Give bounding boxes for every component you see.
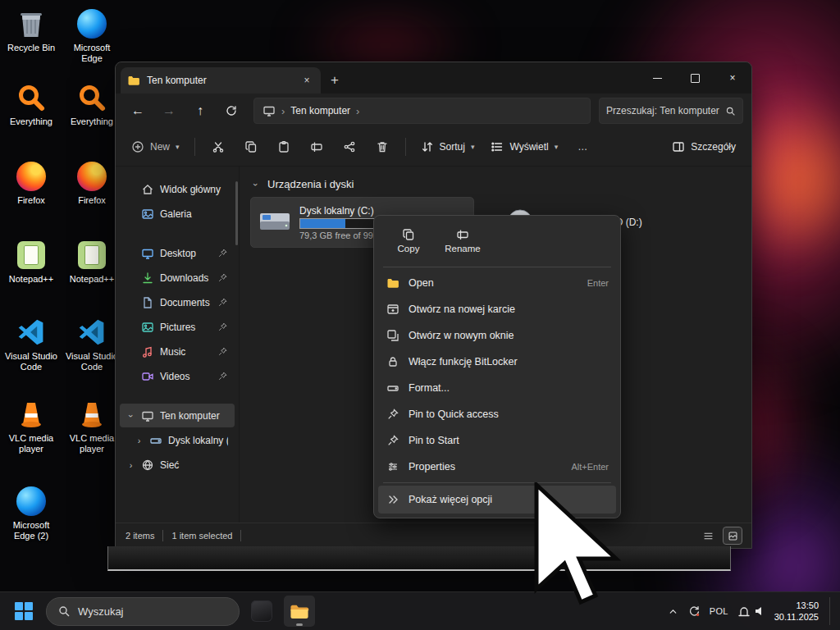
menu-item-open-new-tab[interactable]: Otwórz na nowej karcie: [378, 296, 616, 322]
chevron-expanded-icon[interactable]: ›: [126, 411, 136, 420]
show-desktop-button[interactable]: [829, 597, 833, 625]
delete-button[interactable]: [367, 134, 398, 160]
view-button[interactable]: Wyświetl ▾: [483, 134, 565, 160]
tab-title: Ten komputer: [147, 75, 207, 86]
sidebar-item-this-pc[interactable]: › Ten komputer: [120, 404, 235, 427]
sidebar-item-local-disk-c[interactable]: › Dysk lokalny (C:): [120, 428, 235, 452]
language-indicator[interactable]: POL: [710, 606, 728, 616]
refresh-button[interactable]: [217, 98, 245, 124]
rename-button[interactable]: [301, 134, 332, 160]
details-pane-icon: [672, 140, 685, 153]
sidebar-item-downloads[interactable]: Downloads: [120, 266, 235, 290]
drive-usage-fill: [300, 219, 345, 228]
back-button[interactable]: ←: [124, 98, 152, 124]
desktop-icon-vscode-2[interactable]: Visual Studio Code: [62, 317, 121, 372]
close-button[interactable]: ×: [714, 62, 751, 94]
share-button[interactable]: [334, 134, 365, 160]
sidebar-item-home[interactable]: Widok główny: [120, 177, 235, 201]
taskbar-search-input[interactable]: Wyszukaj: [46, 597, 240, 626]
taskbar-clock[interactable]: 13:50 30.11.2025: [774, 600, 819, 623]
desktop-icon-firefox[interactable]: Firefox: [2, 161, 61, 206]
details-view-button[interactable]: [699, 527, 717, 544]
sidebar-item-desktop[interactable]: Desktop: [120, 241, 235, 265]
copy-button[interactable]: [235, 134, 267, 160]
paste-button[interactable]: [268, 134, 299, 160]
more-icon: …: [578, 141, 587, 153]
sort-button[interactable]: Sortuj ▾: [413, 134, 482, 160]
sidebar-item-pictures[interactable]: Pictures: [120, 315, 235, 339]
network-volume-tray-icons[interactable]: [737, 605, 765, 618]
taskbar-app-icon[interactable]: [246, 596, 277, 627]
breadcrumb[interactable]: Ten komputer: [290, 105, 350, 116]
everything-icon: [16, 82, 47, 113]
sidebar-item-documents[interactable]: Documents: [120, 290, 235, 314]
menu-item-format[interactable]: Format...: [378, 375, 616, 401]
desktop-icon-notepadpp-2[interactable]: Notepad++: [62, 240, 121, 285]
menu-item-bitlocker[interactable]: Włącz funkcję BitLocker: [378, 349, 616, 375]
quick-copy-button[interactable]: Copy: [383, 221, 434, 259]
drive-icon: [149, 434, 162, 447]
menu-item-open-new-window[interactable]: Otwórz w nowym oknie: [378, 322, 616, 349]
desktop-icon-vlc-2[interactable]: VLC media player: [62, 399, 121, 454]
new-tab-button[interactable]: +: [321, 67, 349, 94]
tab-ten-komputer[interactable]: Ten komputer ×: [121, 67, 321, 94]
sidebar-item-gallery[interactable]: Galeria: [120, 202, 235, 226]
search-input[interactable]: Przeszukaj: Ten komputer: [599, 98, 743, 124]
up-button[interactable]: ↑: [186, 98, 214, 124]
minimize-button[interactable]: [638, 62, 676, 94]
status-bar: 2 items 1 item selected: [116, 523, 751, 548]
maximize-button[interactable]: [676, 62, 714, 94]
folder-icon: [127, 74, 140, 87]
hidden-icons-chevron-icon[interactable]: [668, 606, 678, 617]
taskbar-file-explorer-icon[interactable]: [284, 596, 315, 627]
chevron-collapsed-icon[interactable]: ›: [135, 436, 144, 445]
desktop-icon-firefox-2[interactable]: Firefox: [62, 161, 121, 206]
firefox-icon: [16, 161, 47, 192]
forward-button[interactable]: →: [155, 98, 183, 124]
gallery-icon: [141, 208, 154, 221]
start-button[interactable]: [8, 596, 39, 627]
menu-item-show-more-options[interactable]: Pokaż więcej opcji: [378, 486, 616, 514]
address-bar[interactable]: › Ten komputer ›: [253, 98, 591, 124]
vlc-icon: [76, 399, 107, 430]
sync-tray-icon[interactable]: [687, 605, 701, 618]
edge-icon: [16, 486, 47, 517]
details-pane-button[interactable]: Szczegóły: [664, 134, 743, 160]
menu-item-open[interactable]: Open Enter: [378, 270, 616, 296]
sidebar-item-network[interactable]: › Sieć: [120, 453, 235, 477]
new-button[interactable]: New ▾: [124, 134, 187, 160]
menu-item-pin-to-start[interactable]: Pin to Start: [378, 427, 616, 454]
desktop-icon-microsoft-edge[interactable]: Microsoft Edge: [62, 8, 121, 63]
chevron-collapsed-icon[interactable]: ›: [126, 460, 135, 470]
sidebar-scrollbar[interactable]: [235, 181, 238, 245]
tab-close-icon[interactable]: ×: [299, 73, 314, 88]
everything-icon: [76, 82, 107, 113]
section-devices-and-drives[interactable]: › Urządzenia i dyski: [251, 178, 751, 190]
desktop-icon-recycle-bin[interactable]: Recycle Bin: [2, 8, 61, 53]
delete-icon: [376, 140, 389, 153]
documents-icon: [141, 296, 154, 309]
desktop-icon-microsoft-edge-2[interactable]: Microsoft Edge (2): [2, 486, 61, 541]
pin-icon: [217, 371, 228, 381]
more-options-button[interactable]: …: [567, 134, 598, 160]
sidebar-item-videos[interactable]: Videos: [120, 364, 235, 388]
menu-item-pin-quick-access[interactable]: Pin to Quick access: [378, 401, 616, 427]
edge-icon: [76, 8, 107, 39]
pin-icon: [386, 408, 399, 421]
desktop-icon-notepadpp[interactable]: Notepad++: [2, 240, 61, 285]
desktop-icon-vscode[interactable]: Visual Studio Code: [2, 317, 61, 372]
chevron-expanded-icon[interactable]: ›: [251, 180, 261, 189]
sidebar-item-music[interactable]: Music: [120, 340, 235, 363]
desktop-icon-everything-2[interactable]: Everything: [62, 82, 121, 127]
desktop-icon-everything[interactable]: Everything: [2, 82, 61, 127]
desktop-icon-vlc[interactable]: VLC media player: [2, 399, 61, 454]
menu-item-properties[interactable]: Properties Alt+Enter: [378, 454, 616, 480]
large-icons-view-button[interactable]: [724, 527, 742, 544]
share-icon: [343, 140, 356, 153]
rename-icon: [456, 228, 469, 241]
cut-button[interactable]: [203, 134, 234, 160]
search-value: Przeszukaj: Ten komputer: [606, 105, 720, 116]
quick-rename-button[interactable]: Rename: [437, 221, 488, 259]
time: 13:50: [796, 600, 819, 611]
new-icon: [131, 140, 144, 153]
